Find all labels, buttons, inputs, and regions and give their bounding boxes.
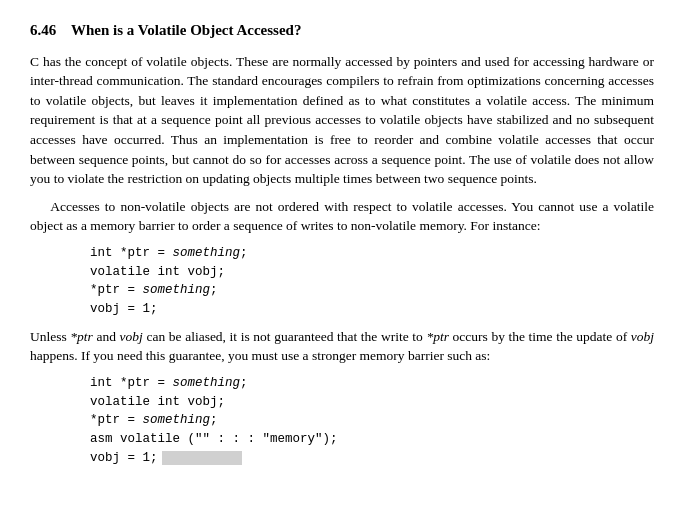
section-number: 6.46 (30, 22, 56, 38)
section-heading-text: When is a Volatile Object Accessed? (71, 22, 301, 38)
para3-end2: happens. If you need this guarantee, you… (30, 348, 490, 363)
paragraph-2: Accesses to non-volatile objects are not… (30, 197, 654, 236)
highlight-decoration (162, 451, 242, 465)
para3-mid: can be aliased, it is not guaranteed tha… (143, 329, 427, 344)
code2-line5: vobj = 1; (90, 449, 654, 468)
code1-line1: int *ptr = something; (90, 244, 654, 263)
code2-line3: *ptr = something; (90, 411, 654, 430)
code2-line1: int *ptr = something; (90, 374, 654, 393)
code-block-1: int *ptr = something; volatile int vobj;… (90, 244, 654, 319)
code-block-2: int *ptr = something; volatile int vobj;… (90, 374, 654, 468)
paragraph-1: C has the concept of volatile objects. T… (30, 52, 654, 189)
para3-vobj: vobj (120, 329, 143, 344)
para3-ptr: *ptr (70, 329, 93, 344)
code1-line4: vobj = 1; (90, 300, 654, 319)
para2-text: Accesses to non-volatile objects are not… (30, 199, 654, 234)
paragraph-3: Unless *ptr and vobj can be aliased, it … (30, 327, 654, 366)
para3-vobj2: vobj (631, 329, 654, 344)
para3-end1: occurs by the time the update of (449, 329, 631, 344)
para3-start: Unless (30, 329, 70, 344)
code1-line2: volatile int vobj; (90, 263, 654, 282)
para3-and: and (93, 329, 120, 344)
para3-ptr2: *ptr (426, 329, 449, 344)
code2-line4: asm volatile ("" : : : "memory"); (90, 430, 654, 449)
section-title: 6.46 When is a Volatile Object Accessed? (30, 20, 654, 42)
code2-line2: volatile int vobj; (90, 393, 654, 412)
code1-line3: *ptr = something; (90, 281, 654, 300)
